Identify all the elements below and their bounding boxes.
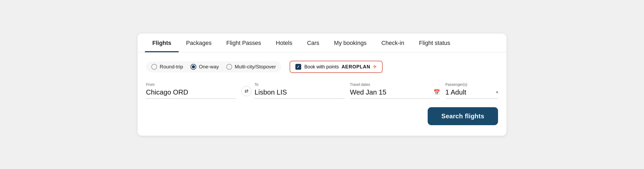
aeroplan-checkbox[interactable] <box>295 64 301 70</box>
aeroplan-maple-icon: ✈ <box>373 64 377 69</box>
tab-flight-status[interactable]: Flight status <box>412 34 458 52</box>
passengers-group: Passenger(s) 1 Adult ▾ <box>445 82 498 99</box>
swap-button[interactable]: ⇄ <box>241 86 251 96</box>
from-input[interactable]: Chicago ORD <box>146 88 236 99</box>
trip-type-row: Round-trip One-way Multi-city/Stopover B… <box>146 61 498 73</box>
card-body: Round-trip One-way Multi-city/Stopover B… <box>138 52 506 136</box>
tab-flight-passes[interactable]: Flight Passes <box>219 34 269 52</box>
book-with-points-text: Book with points <box>304 64 339 69</box>
to-input[interactable]: Lisbon LIS <box>255 88 345 99</box>
fields-row: From Chicago ORD ⇄ To Lisbon LIS Travel … <box>146 82 498 99</box>
to-label: To <box>255 82 345 87</box>
nav-tabs: Flights Packages Flight Passes Hotels Ca… <box>138 34 506 52</box>
aeroplan-brand-text: AEROPLAN <box>341 64 370 69</box>
from-field-group: From Chicago ORD <box>146 82 241 99</box>
one-way-option[interactable]: One-way <box>191 64 219 70</box>
tab-packages[interactable]: Packages <box>179 34 219 52</box>
travel-dates-row: Wed Jan 15 📅 <box>350 88 440 99</box>
from-label: From <box>146 82 236 87</box>
swap-icon: ⇄ <box>245 88 248 94</box>
to-field-group: To Lisbon LIS <box>251 82 350 99</box>
tab-check-in[interactable]: Check-in <box>374 34 412 52</box>
passengers-label: Passenger(s) <box>445 82 498 87</box>
round-trip-label: Round-trip <box>160 64 183 70</box>
tab-my-bookings[interactable]: My bookings <box>327 34 374 52</box>
passengers-row[interactable]: 1 Adult ▾ <box>445 88 498 99</box>
tab-hotels[interactable]: Hotels <box>269 34 300 52</box>
travel-dates-value[interactable]: Wed Jan 15 <box>350 88 432 96</box>
tab-flights[interactable]: Flights <box>145 34 179 52</box>
search-flights-button[interactable]: Search flights <box>428 107 498 125</box>
multi-city-option[interactable]: Multi-city/Stopover <box>226 64 276 70</box>
calendar-icon: 📅 <box>433 89 440 95</box>
round-trip-radio[interactable] <box>151 64 157 70</box>
one-way-label: One-way <box>199 64 219 70</box>
one-way-radio[interactable] <box>191 64 196 70</box>
multi-city-radio[interactable] <box>226 64 232 70</box>
trip-options: Round-trip One-way Multi-city/Stopover <box>146 61 281 72</box>
multi-city-label: Multi-city/Stopover <box>235 64 276 70</box>
passengers-dropdown-icon: ▾ <box>496 90 498 94</box>
travel-dates-group: Travel dates Wed Jan 15 📅 <box>350 82 445 99</box>
aeroplan-label: Book with points AEROPLAN ✈ <box>304 64 377 70</box>
search-row: Search flights <box>146 107 498 125</box>
passengers-value: 1 Adult <box>445 88 493 96</box>
travel-dates-label: Travel dates <box>350 82 440 87</box>
booking-card: Flights Packages Flight Passes Hotels Ca… <box>138 34 506 136</box>
round-trip-option[interactable]: Round-trip <box>151 64 183 70</box>
aeroplan-checkbox-container[interactable]: Book with points AEROPLAN ✈ <box>290 61 383 73</box>
tab-cars[interactable]: Cars <box>300 34 326 52</box>
